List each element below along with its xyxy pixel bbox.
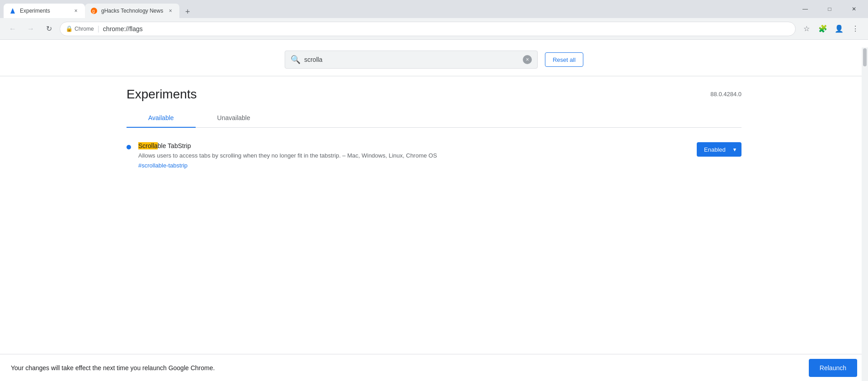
- main-content: Experiments 88.0.4284.0 Available Unavai…: [0, 76, 868, 183]
- tab-available[interactable]: Available: [127, 109, 196, 128]
- experiment-link[interactable]: #scrollable-tabstrip: [138, 162, 690, 169]
- experiment-item: Scrollable TabStrip Allows users to acce…: [127, 139, 741, 172]
- tab-ghacks-close[interactable]: ×: [167, 7, 174, 14]
- tab-strip: Experiments × g gHacks Technology News ×…: [4, 0, 791, 18]
- enabled-select-wrapper[interactable]: Default Enabled Disabled ▼: [697, 142, 741, 157]
- address-separator: |: [98, 25, 99, 33]
- experiment-control[interactable]: Default Enabled Disabled ▼: [697, 142, 741, 157]
- relaunch-button[interactable]: Relaunch: [809, 359, 857, 377]
- experiment-description: Allows users to access tabs by scrolling…: [138, 151, 690, 160]
- experiment-info: Scrollable TabStrip Allows users to acce…: [138, 142, 690, 169]
- tab-experiments-favicon: [9, 7, 16, 14]
- search-input[interactable]: [304, 56, 519, 63]
- version-text: 88.0.4284.0: [710, 87, 741, 98]
- page-title: Experiments: [127, 87, 197, 102]
- omnibar: ← → ↻ 🔒 Chrome | chrome://flags ☆ 🧩 👤 ⋮: [0, 18, 868, 40]
- enabled-select[interactable]: Default Enabled Disabled: [697, 142, 741, 157]
- back-button[interactable]: ←: [5, 22, 20, 36]
- security-label: Chrome: [75, 26, 94, 32]
- page-header: Experiments 88.0.4284.0: [127, 76, 741, 102]
- bottom-message: Your changes will take effect the next t…: [11, 364, 215, 372]
- extensions-icon[interactable]: 🧩: [816, 22, 830, 36]
- bottom-bar: Your changes will take effect the next t…: [0, 354, 868, 381]
- address-bar[interactable]: 🔒 Chrome | chrome://flags: [60, 22, 796, 36]
- window-controls: — □ ✕: [795, 2, 864, 16]
- minimize-button[interactable]: —: [795, 2, 816, 16]
- tab-ghacks-favicon: g: [90, 7, 98, 14]
- tab-experiments-close[interactable]: ×: [72, 7, 80, 14]
- page-content: 🔍 × Reset all Experiments 88.0.4284.0 Av…: [0, 40, 868, 381]
- search-clear-button[interactable]: ×: [523, 55, 532, 64]
- svg-text:g: g: [92, 9, 95, 14]
- security-icon: 🔒: [66, 25, 73, 32]
- reload-button[interactable]: ↻: [42, 22, 56, 36]
- tab-ghacks-title: gHacks Technology News: [101, 8, 163, 14]
- scrollbar-track[interactable]: [862, 47, 868, 381]
- security-indicator: 🔒 Chrome: [66, 25, 94, 32]
- bookmark-icon[interactable]: ☆: [799, 22, 814, 36]
- menu-icon[interactable]: ⋮: [848, 22, 863, 36]
- title-bar: Experiments × g gHacks Technology News ×…: [0, 0, 868, 18]
- toolbar-actions: ☆ 🧩 👤 ⋮: [799, 22, 863, 36]
- tabs-container: Available Unavailable: [127, 109, 741, 128]
- tab-experiments[interactable]: Experiments ×: [4, 4, 85, 18]
- scrollbar-thumb[interactable]: [863, 48, 867, 66]
- search-area: 🔍 × Reset all: [0, 40, 868, 69]
- new-tab-button[interactable]: +: [181, 5, 194, 18]
- tab-ghacks[interactable]: g gHacks Technology News ×: [85, 4, 179, 18]
- experiment-name-highlight: Scrolla: [138, 142, 158, 149]
- profile-icon[interactable]: 👤: [832, 22, 846, 36]
- address-url: chrome://flags: [103, 25, 790, 33]
- experiment-dot: [127, 145, 131, 149]
- tab-unavailable[interactable]: Unavailable: [196, 109, 272, 128]
- close-button[interactable]: ✕: [844, 2, 864, 16]
- experiment-name-rest: ble TabStrip: [158, 142, 191, 149]
- tab-experiments-title: Experiments: [20, 8, 69, 14]
- forward-button[interactable]: →: [23, 22, 38, 36]
- search-box[interactable]: 🔍 ×: [285, 51, 538, 69]
- search-icon: 🔍: [291, 55, 300, 65]
- reset-all-button[interactable]: Reset all: [545, 52, 583, 67]
- experiment-list: Scrollable TabStrip Allows users to acce…: [127, 128, 741, 183]
- maximize-button[interactable]: □: [819, 2, 840, 16]
- svg-marker-0: [10, 8, 15, 14]
- browser-frame: Experiments × g gHacks Technology News ×…: [0, 0, 868, 381]
- experiment-name: Scrollable TabStrip: [138, 142, 690, 149]
